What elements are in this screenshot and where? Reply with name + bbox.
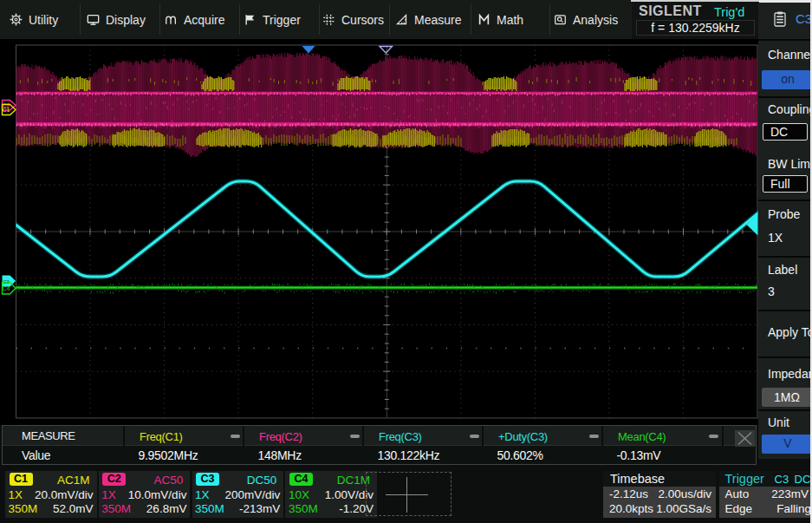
svg-text:C1: C1 — [3, 107, 10, 113]
svg-text:C4: C4 — [3, 285, 10, 291]
svg-text:C3: C3 — [3, 279, 9, 284]
